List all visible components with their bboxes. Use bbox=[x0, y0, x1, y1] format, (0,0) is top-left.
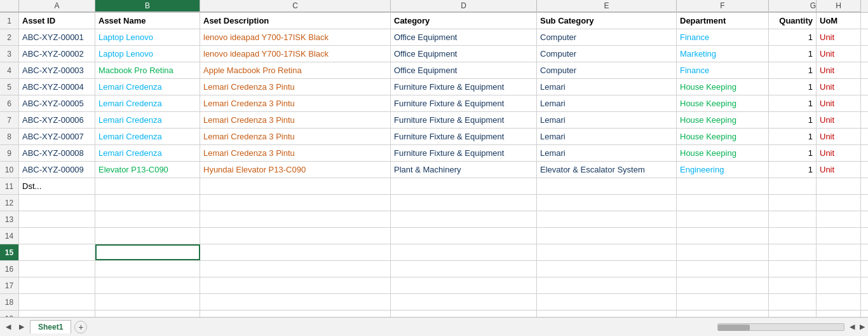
cell-f14[interactable] bbox=[677, 228, 769, 244]
cell-e19[interactable] bbox=[537, 311, 677, 317]
cell-h11[interactable] bbox=[817, 178, 861, 194]
cell-asset-name[interactable]: Lemari Credenza bbox=[95, 79, 200, 95]
cell-a14[interactable] bbox=[19, 228, 95, 244]
cell-c15[interactable] bbox=[200, 244, 391, 260]
cell-subcat[interactable]: Lemari bbox=[537, 95, 677, 111]
cell-h15[interactable] bbox=[817, 244, 861, 260]
cell-g13[interactable] bbox=[769, 211, 817, 227]
col-header-g[interactable]: G bbox=[769, 0, 817, 12]
cell-b11[interactable] bbox=[95, 178, 200, 194]
cell-a16[interactable] bbox=[19, 261, 95, 277]
cell-category[interactable]: Furniture Fixture & Equipment bbox=[391, 145, 537, 161]
cell-c18[interactable] bbox=[200, 294, 391, 310]
cell-e16[interactable] bbox=[537, 261, 677, 277]
cell-dept[interactable]: Engineering bbox=[677, 162, 769, 178]
cell-d16[interactable] bbox=[391, 261, 537, 277]
cell-subcat[interactable]: Lemari bbox=[537, 129, 677, 144]
cell-uom[interactable]: Unit bbox=[817, 29, 861, 45]
header-asset-id[interactable]: Asset ID bbox=[19, 13, 95, 29]
cell-f15[interactable] bbox=[677, 244, 769, 260]
cell-h17[interactable] bbox=[817, 277, 861, 293]
header-department[interactable]: Department bbox=[677, 13, 769, 29]
cell-c13[interactable] bbox=[200, 211, 391, 227]
cell-asset-name[interactable]: Lemari Credenza bbox=[95, 112, 200, 128]
cell-e15[interactable] bbox=[537, 244, 677, 260]
cell-d11[interactable] bbox=[391, 178, 537, 194]
cell-asset-name[interactable]: Lemari Credenza bbox=[95, 145, 200, 161]
cell-category[interactable]: Office Equipment bbox=[391, 46, 537, 62]
horizontal-scrollbar[interactable] bbox=[717, 323, 844, 331]
cell-dept[interactable]: House Keeping bbox=[677, 79, 769, 95]
cell-h19[interactable] bbox=[817, 311, 861, 317]
cell-qty[interactable]: 1 bbox=[769, 112, 817, 128]
cell-uom[interactable]: Unit bbox=[817, 162, 861, 178]
cell-asset-name[interactable]: Laptop Lenovo bbox=[95, 29, 200, 45]
cell-desc[interactable]: Apple Macbook Pro Retina bbox=[200, 62, 391, 78]
cell-desc[interactable]: Lemari Credenza 3 Pintu bbox=[200, 79, 391, 95]
cell-d19[interactable] bbox=[391, 311, 537, 317]
cell-desc[interactable]: Lemari Credenza 3 Pintu bbox=[200, 129, 391, 144]
cell-asset-id[interactable]: ABC-XYZ-00009 bbox=[19, 162, 95, 178]
cell-b13[interactable] bbox=[95, 211, 200, 227]
cell-dept[interactable]: House Keeping bbox=[677, 95, 769, 111]
cell-g11[interactable] bbox=[769, 178, 817, 194]
header-uom[interactable]: UoM bbox=[817, 13, 861, 29]
cell-e11[interactable] bbox=[537, 178, 677, 194]
cell-qty[interactable]: 1 bbox=[769, 29, 817, 45]
cell-g17[interactable] bbox=[769, 277, 817, 293]
col-header-f[interactable]: F bbox=[677, 0, 769, 12]
cell-qty[interactable]: 1 bbox=[769, 162, 817, 178]
col-header-c[interactable]: C bbox=[200, 0, 391, 12]
cell-b15-selected[interactable] bbox=[95, 244, 200, 260]
cell-d15[interactable] bbox=[391, 244, 537, 260]
cell-c19[interactable] bbox=[200, 311, 391, 317]
cell-b14[interactable] bbox=[95, 228, 200, 244]
cell-subcat[interactable]: Computer bbox=[537, 46, 677, 62]
cell-e18[interactable] bbox=[537, 294, 677, 310]
cell-desc[interactable]: lenovo ideapad Y700-17ISK Black bbox=[200, 46, 391, 62]
cell-asset-name[interactable]: Macbook Pro Retina bbox=[95, 62, 200, 78]
cell-qty[interactable]: 1 bbox=[769, 145, 817, 161]
cell-subcat[interactable]: Lemari bbox=[537, 79, 677, 95]
cell-e17[interactable] bbox=[537, 277, 677, 293]
cell-e13[interactable] bbox=[537, 211, 677, 227]
col-header-a[interactable]: A bbox=[19, 0, 95, 12]
cell-asset-name[interactable]: Elevator P13-C090 bbox=[95, 162, 200, 178]
cell-subcat[interactable]: Computer bbox=[537, 62, 677, 78]
cell-f13[interactable] bbox=[677, 211, 769, 227]
cell-b16[interactable] bbox=[95, 261, 200, 277]
cell-h18[interactable] bbox=[817, 294, 861, 310]
cell-category[interactable]: Plant & Machinery bbox=[391, 162, 537, 178]
cell-subcat[interactable]: Elevator & Escalator System bbox=[537, 162, 677, 178]
cell-dept[interactable]: House Keeping bbox=[677, 145, 769, 161]
cell-desc[interactable]: Hyundai Elevator P13-C090 bbox=[200, 162, 391, 178]
cell-desc[interactable]: Lemari Credenza 3 Pintu bbox=[200, 95, 391, 111]
cell-uom[interactable]: Unit bbox=[817, 95, 861, 111]
cell-f19[interactable] bbox=[677, 311, 769, 317]
cell-uom[interactable]: Unit bbox=[817, 79, 861, 95]
cell-qty[interactable]: 1 bbox=[769, 46, 817, 62]
cell-dept[interactable]: Finance bbox=[677, 29, 769, 45]
cell-c14[interactable] bbox=[200, 228, 391, 244]
cell-qty[interactable]: 1 bbox=[769, 62, 817, 78]
cell-desc[interactable]: Lemari Credenza 3 Pintu bbox=[200, 145, 391, 161]
cell-g16[interactable] bbox=[769, 261, 817, 277]
col-header-h[interactable]: H bbox=[817, 0, 861, 12]
cell-g18[interactable] bbox=[769, 294, 817, 310]
cell-subcat[interactable]: Lemari bbox=[537, 112, 677, 128]
cell-dept[interactable]: House Keeping bbox=[677, 129, 769, 144]
cell-b18[interactable] bbox=[95, 294, 200, 310]
cell-f17[interactable] bbox=[677, 277, 769, 293]
cell-qty[interactable]: 1 bbox=[769, 129, 817, 144]
cell-asset-id[interactable]: ABC-XYZ-00007 bbox=[19, 129, 95, 144]
cell-dst[interactable]: Dst... bbox=[19, 178, 95, 194]
cell-d14[interactable] bbox=[391, 228, 537, 244]
cell-e12[interactable] bbox=[537, 195, 677, 211]
cell-d18[interactable] bbox=[391, 294, 537, 310]
scroll-thumb[interactable] bbox=[718, 325, 750, 331]
cell-qty[interactable]: 1 bbox=[769, 95, 817, 111]
col-header-e[interactable]: E bbox=[537, 0, 677, 12]
cell-category[interactable]: Furniture Fixture & Equipment bbox=[391, 112, 537, 128]
cell-asset-name[interactable]: Lemari Credenza bbox=[95, 95, 200, 111]
add-sheet-button[interactable]: + bbox=[74, 321, 87, 333]
